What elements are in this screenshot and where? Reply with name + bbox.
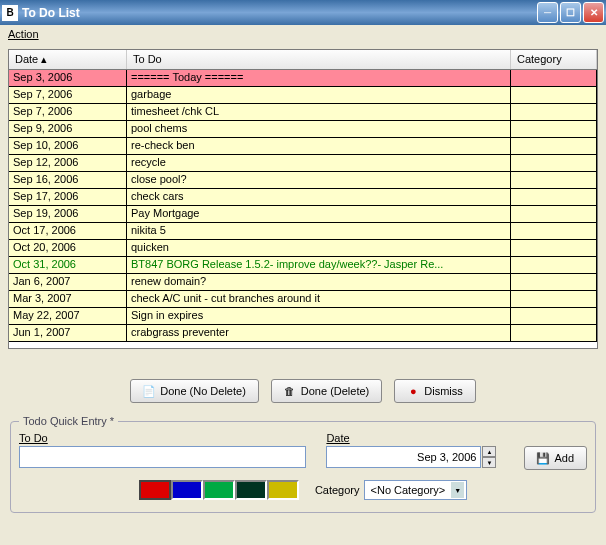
- color-swatch[interactable]: [235, 480, 267, 500]
- table-body: Sep 3, 2006====== Today ======Sep 7, 200…: [9, 70, 597, 342]
- todo-label: To Do: [19, 432, 306, 444]
- cell-todo: pool chems: [127, 121, 511, 138]
- table-row[interactable]: Oct 31, 2006BT847 BORG Release 1.5.2- im…: [9, 257, 597, 274]
- cell-date: Oct 20, 2006: [9, 240, 127, 257]
- color-picker: [139, 480, 299, 500]
- category-combo[interactable]: <No Category> ▼: [364, 480, 468, 500]
- cell-date: Sep 10, 2006: [9, 138, 127, 155]
- color-swatch[interactable]: [267, 480, 299, 500]
- date-input[interactable]: Sep 3, 2006: [326, 446, 481, 468]
- table-row[interactable]: Sep 10, 2006re-check ben: [9, 138, 597, 155]
- cell-date: Sep 17, 2006: [9, 189, 127, 206]
- cell-category: [511, 121, 597, 138]
- cell-todo: check A/C unit - cut branches around it: [127, 291, 511, 308]
- cell-category: [511, 172, 597, 189]
- cell-date: Sep 7, 2006: [9, 87, 127, 104]
- title-bar: B To Do List ─ ☐ ✕: [0, 0, 606, 25]
- cell-category: [511, 70, 597, 87]
- trash-icon: 🗑: [284, 385, 296, 397]
- cell-date: Oct 31, 2006: [9, 257, 127, 274]
- todo-input[interactable]: [19, 446, 306, 468]
- col-header-todo[interactable]: To Do: [127, 50, 511, 69]
- done-icon: 📄: [143, 385, 155, 397]
- cell-date: Mar 3, 2007: [9, 291, 127, 308]
- done-no-delete-button[interactable]: 📄Done (No Delete): [130, 379, 259, 403]
- cell-todo: close pool?: [127, 172, 511, 189]
- color-swatch[interactable]: [139, 480, 171, 500]
- date-label: Date: [326, 432, 496, 444]
- category-label: Category: [315, 484, 360, 496]
- quick-entry-panel: Todo Quick Entry * To Do Date Sep 3, 200…: [10, 421, 596, 513]
- cell-todo: crabgrass preventer: [127, 325, 511, 342]
- window-title: To Do List: [22, 6, 537, 20]
- action-buttons: 📄Done (No Delete) 🗑Done (Delete) ●Dismis…: [8, 349, 598, 417]
- color-swatch[interactable]: [203, 480, 235, 500]
- col-header-date[interactable]: Date ▴: [9, 50, 127, 69]
- app-icon: B: [2, 5, 18, 21]
- cell-todo: quicken: [127, 240, 511, 257]
- cell-todo: recycle: [127, 155, 511, 172]
- col-header-category[interactable]: Category: [511, 50, 597, 69]
- cell-date: Sep 19, 2006: [9, 206, 127, 223]
- cell-category: [511, 257, 597, 274]
- cell-todo: Sign in expires: [127, 308, 511, 325]
- save-icon: 💾: [537, 452, 549, 464]
- cell-category: [511, 138, 597, 155]
- cell-date: Sep 3, 2006: [9, 70, 127, 87]
- dismiss-button[interactable]: ●Dismiss: [394, 379, 476, 403]
- cell-date: Sep 16, 2006: [9, 172, 127, 189]
- maximize-button[interactable]: ☐: [560, 2, 581, 23]
- cell-date: May 22, 2007: [9, 308, 127, 325]
- table-row[interactable]: Oct 20, 2006quicken: [9, 240, 597, 257]
- table-row[interactable]: Sep 19, 2006Pay Mortgage: [9, 206, 597, 223]
- action-menu[interactable]: Action: [8, 28, 39, 40]
- dismiss-icon: ●: [407, 385, 419, 397]
- cell-category: [511, 223, 597, 240]
- table-row[interactable]: Sep 7, 2006timesheet /chk CL: [9, 104, 597, 121]
- cell-date: Sep 12, 2006: [9, 155, 127, 172]
- cell-category: [511, 308, 597, 325]
- cell-date: Jan 6, 2007: [9, 274, 127, 291]
- cell-category: [511, 87, 597, 104]
- done-delete-button[interactable]: 🗑Done (Delete): [271, 379, 382, 403]
- color-swatch[interactable]: [171, 480, 203, 500]
- add-button[interactable]: 💾Add: [524, 446, 587, 470]
- table-row[interactable]: May 22, 2007Sign in expires: [9, 308, 597, 325]
- table-row[interactable]: Sep 7, 2006garbage: [9, 87, 597, 104]
- cell-category: [511, 240, 597, 257]
- todo-table: Date ▴ To Do Category Sep 3, 2006====== …: [8, 49, 598, 349]
- table-row[interactable]: Sep 3, 2006====== Today ======: [9, 70, 597, 87]
- cell-todo: Pay Mortgage: [127, 206, 511, 223]
- cell-date: Oct 17, 2006: [9, 223, 127, 240]
- cell-category: [511, 274, 597, 291]
- table-header: Date ▴ To Do Category: [9, 50, 597, 70]
- cell-todo: renew domain?: [127, 274, 511, 291]
- cell-todo: garbage: [127, 87, 511, 104]
- table-row[interactable]: Sep 12, 2006recycle: [9, 155, 597, 172]
- cell-date: Sep 9, 2006: [9, 121, 127, 138]
- cell-category: [511, 155, 597, 172]
- table-row[interactable]: Sep 17, 2006check cars: [9, 189, 597, 206]
- date-down-button[interactable]: ▼: [482, 457, 496, 468]
- table-row[interactable]: Oct 17, 2006nikita 5: [9, 223, 597, 240]
- cell-todo: re-check ben: [127, 138, 511, 155]
- table-row[interactable]: Sep 9, 2006pool chems: [9, 121, 597, 138]
- cell-todo: timesheet /chk CL: [127, 104, 511, 121]
- table-row[interactable]: Jan 6, 2007renew domain?: [9, 274, 597, 291]
- chevron-down-icon: ▼: [451, 482, 464, 498]
- cell-date: Sep 7, 2006: [9, 104, 127, 121]
- close-button[interactable]: ✕: [583, 2, 604, 23]
- cell-todo: BT847 BORG Release 1.5.2- improve day/we…: [127, 257, 511, 274]
- table-row[interactable]: Jun 1, 2007crabgrass preventer: [9, 325, 597, 342]
- cell-category: [511, 104, 597, 121]
- sort-icon: ▴: [41, 53, 47, 65]
- quick-entry-legend: Todo Quick Entry *: [19, 415, 118, 427]
- cell-todo: ====== Today ======: [127, 70, 511, 87]
- cell-date: Jun 1, 2007: [9, 325, 127, 342]
- cell-category: [511, 189, 597, 206]
- table-row[interactable]: Sep 16, 2006close pool?: [9, 172, 597, 189]
- menu-bar: Action: [0, 25, 606, 47]
- date-up-button[interactable]: ▲: [482, 446, 496, 457]
- table-row[interactable]: Mar 3, 2007check A/C unit - cut branches…: [9, 291, 597, 308]
- minimize-button[interactable]: ─: [537, 2, 558, 23]
